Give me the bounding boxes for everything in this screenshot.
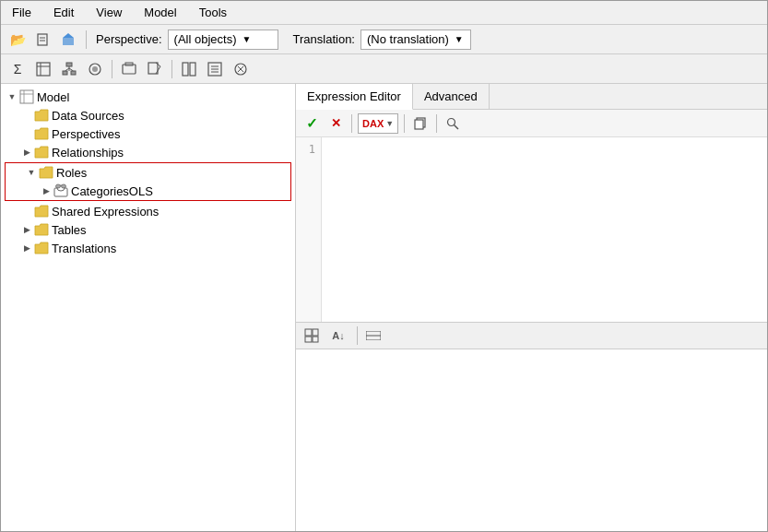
model-expand-icon: ▼ [5,89,19,104]
dax-btn[interactable]: DAX ▼ [358,113,398,134]
model-icon [19,89,34,104]
expression-content[interactable] [322,137,767,322]
edit-pencil-btn[interactable] [144,58,166,80]
svg-point-35 [56,184,61,188]
menu-file[interactable]: File [8,5,35,20]
open-btn[interactable]: 📂 [6,29,29,51]
svg-rect-0 [38,34,47,45]
tree-categories-ols[interactable]: ▶ CategoriesOLS [6,182,290,200]
data-sources-label: Data Sources [52,109,124,123]
svg-point-39 [448,118,455,125]
panel-toggle-btn[interactable] [363,325,384,346]
relationships-label: Relationships [52,146,124,160]
sort-az-btn[interactable]: A↓ [325,325,351,346]
svg-rect-18 [148,63,158,74]
line-number-1: 1 [296,141,321,158]
menu-view[interactable]: View [92,5,125,20]
svg-rect-5 [37,63,50,76]
tree-tables[interactable]: ▶ Tables [1,220,295,239]
roles-label: Roles [56,166,87,180]
svg-rect-38 [415,120,423,129]
expr-sep2 [404,114,405,133]
data-sources-folder-icon [34,108,49,123]
toolbar-perspective: 📂 Perspective: (All objects) ▼ Translati… [1,25,767,54]
snapshot-btn[interactable] [118,58,140,80]
perspectives-label: Perspectives [52,127,120,141]
svg-point-15 [92,66,98,72]
perspective-arrow: ▼ [242,34,251,44]
tab-advanced[interactable]: Advanced [413,84,490,109]
table-view-btn[interactable] [32,58,54,80]
cancel-btn[interactable]: ✕ [325,113,346,134]
translations-label: Translations [52,242,116,255]
right-panel: Expression Editor Advanced ✓ ✕ DAX ▼ [296,84,767,532]
categories-ols-expand[interactable]: ▶ [39,183,53,198]
perspective-label: Perspective: [96,32,162,46]
toolbar-tools: Σ [1,54,767,84]
tab-expression-editor[interactable]: Expression Editor [296,84,413,110]
sep3 [171,60,172,78]
svg-rect-22 [190,63,195,76]
roles-folder-icon [39,165,53,180]
svg-rect-41 [305,329,312,336]
tree-relationships[interactable]: ▶ Relationships [1,143,295,161]
svg-point-36 [62,184,66,188]
expr-sep1 [351,114,352,133]
svg-rect-9 [63,71,67,75]
expression-area: 1 [296,137,767,322]
bottom-sep1 [357,326,358,345]
svg-rect-42 [313,329,318,336]
svg-rect-8 [66,63,72,66]
relationships-expand[interactable]: ▶ [19,145,34,160]
tree-roles[interactable]: ▼ Roles [6,163,290,182]
perspectives-folder-icon [34,126,49,141]
menu-model[interactable]: Model [140,5,180,20]
translation-arrow: ▼ [455,34,464,44]
check-btn[interactable]: ✓ [301,113,322,134]
translation-section: Translation: (No translation) ▼ [293,30,471,50]
model-label: Model [37,90,69,104]
deploy-btn[interactable] [58,29,80,51]
copy-expr-btn[interactable] [410,113,431,134]
tree-data-sources[interactable]: ▶ Data Sources [1,106,295,124]
sort-btn[interactable] [204,58,226,80]
menu-edit[interactable]: Edit [50,5,77,20]
search-expr-btn[interactable] [443,113,463,134]
diamond-btn[interactable] [84,58,106,80]
menu-bar: File Edit View Model Tools [1,1,767,25]
menu-tools[interactable]: Tools [195,5,230,20]
tables-expand[interactable]: ▶ [19,222,34,237]
categories-ols-icon [53,183,68,198]
svg-marker-4 [63,33,74,38]
perspective-dropdown[interactable]: (All objects) ▼ [168,30,278,50]
shared-expressions-folder-icon [34,204,49,219]
translation-dropdown[interactable]: (No translation) ▼ [360,30,471,50]
translations-expand[interactable]: ▶ [19,241,34,255]
relationships-folder-icon [34,145,49,160]
right-tabs: Expression Editor Advanced [296,84,767,110]
svg-rect-43 [305,337,312,342]
tree-perspectives[interactable]: ▶ Perspectives [1,124,295,143]
hierarchy-btn[interactable] [58,58,80,80]
expr-sep3 [436,114,437,133]
sep2 [112,60,112,78]
roles-expand[interactable]: ▼ [24,165,39,180]
new-btn[interactable] [32,29,54,51]
svg-rect-44 [313,337,318,342]
bottom-editor-area[interactable] [296,349,767,533]
tree-translations[interactable]: ▶ Translations [1,239,295,257]
separator1 [86,30,87,49]
perspective-section: Perspective: (All objects) ▼ [96,30,278,50]
tables-label: Tables [52,223,87,237]
svg-line-40 [455,124,459,129]
tables-folder-icon [34,222,49,237]
tree-shared-expressions[interactable]: ▶ Shared Expressions [1,202,295,220]
sigma-btn[interactable]: Σ [6,58,29,80]
roles-selected-box: ▼ Roles ▶ [5,162,291,201]
columns-btn[interactable] [178,58,200,80]
svg-rect-30 [20,90,33,103]
grid-view-btn[interactable] [301,325,322,346]
tree-model-root[interactable]: ▼ Model [1,88,295,106]
svg-rect-21 [183,63,188,76]
circle-btn[interactable] [230,58,252,80]
